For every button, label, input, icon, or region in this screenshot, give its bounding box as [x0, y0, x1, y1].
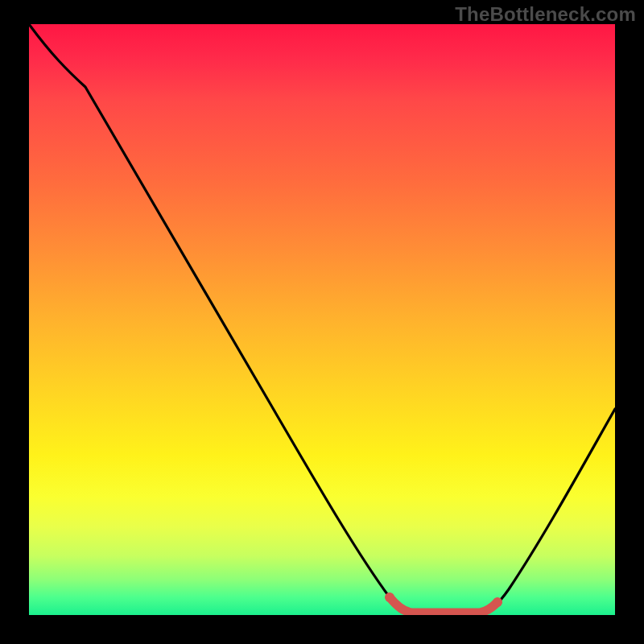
highlight-start-dot	[385, 592, 394, 602]
watermark-text: TheBottleneck.com	[455, 3, 636, 26]
plot-area	[29, 24, 615, 615]
chart-frame: TheBottleneck.com	[0, 0, 644, 644]
highlight-end-dot	[493, 597, 502, 607]
curve-path	[29, 24, 615, 613]
bottleneck-curve	[29, 24, 615, 615]
curve-highlight	[390, 597, 497, 613]
